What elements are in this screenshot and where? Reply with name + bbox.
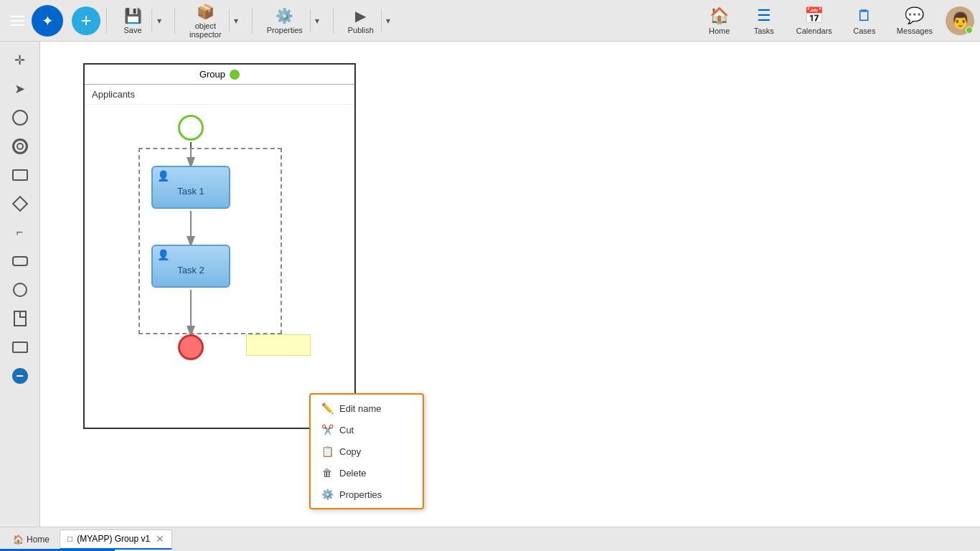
object-inspector-icon: 📦 xyxy=(197,3,215,20)
publish-dropdown[interactable]: ▾ xyxy=(381,9,395,32)
cases-nav-label: Cases xyxy=(853,27,875,35)
separator-4 xyxy=(333,8,334,34)
pool-tool[interactable] xyxy=(7,334,33,360)
annotation-shape xyxy=(14,311,27,326)
task-tool[interactable] xyxy=(7,162,33,188)
tab-close-button[interactable]: ✕ xyxy=(156,533,164,545)
sequence-flow-tool[interactable]: ⌐ xyxy=(7,220,33,245)
start-circle-shape xyxy=(12,110,28,126)
tabbar: 🏠 Home □ (MYAPP) Group v1 ✕ xyxy=(0,527,980,551)
separator-3 xyxy=(252,8,253,34)
subprocess-tool[interactable] xyxy=(7,248,33,274)
task-2-icon: 👤 xyxy=(157,249,169,260)
edit-name-menu-item[interactable]: ✏️ Edit name xyxy=(311,397,423,419)
start-event-tool[interactable] xyxy=(7,105,33,131)
properties-menu-icon: ⚙️ xyxy=(321,489,334,500)
group-tab[interactable]: □ (MYAPP) Group v1 ✕ xyxy=(60,529,172,550)
properties-button[interactable]: ⚙️ Properties xyxy=(261,4,308,37)
tab1-label: (MYAPP) Group v1 xyxy=(77,534,150,544)
publish-label: Publish xyxy=(348,26,374,34)
publish-icon: ▶ xyxy=(355,7,366,24)
gateway-tool[interactable] xyxy=(7,191,33,217)
cases-nav-icon: 🗒 xyxy=(857,6,872,25)
diagram: Group Applicants xyxy=(83,63,356,429)
start-event[interactable] xyxy=(178,115,204,141)
tasks-nav-button[interactable]: ☰ Tasks xyxy=(745,4,783,38)
save-dropdown[interactable]: ▾ xyxy=(151,9,166,32)
task-1-label: Task 1 xyxy=(177,186,204,197)
avatar-status-dot xyxy=(966,27,973,34)
calendars-nav-button[interactable]: 📅 Calendars xyxy=(789,4,839,38)
pool-header: Group xyxy=(85,65,354,85)
lane-header: Applicants xyxy=(85,85,354,105)
lane-name: Applicants xyxy=(92,89,135,100)
logo-button[interactable]: ✦ xyxy=(32,5,63,37)
task-rect-shape xyxy=(12,169,28,181)
messages-nav-icon: 💬 xyxy=(905,6,924,25)
save-group: 💾 Save ▾ xyxy=(113,4,169,37)
properties-dropdown[interactable]: ▾ xyxy=(310,9,324,32)
task-2-label: Task 2 xyxy=(177,265,204,276)
pan-tool[interactable]: ✛ xyxy=(7,47,33,73)
lane-body: 👤 Task 1 👤 Task 2 xyxy=(85,105,354,428)
task-1-icon: 👤 xyxy=(157,170,169,182)
avatar-wrapper[interactable]: 👨 xyxy=(946,6,974,35)
logo-icon: ✦ xyxy=(42,12,54,29)
calendars-nav-icon: 📅 xyxy=(804,6,824,25)
task-1-node[interactable]: 👤 Task 1 xyxy=(151,166,230,209)
cases-nav-button[interactable]: 🗒 Cases xyxy=(845,4,884,38)
object-inspector-button[interactable]: 📦 object inspector xyxy=(184,0,227,42)
tasks-nav-label: Tasks xyxy=(754,27,774,35)
save-label: Save xyxy=(123,26,141,34)
properties-menu-label: Properties xyxy=(339,489,382,500)
save-button[interactable]: 💾 Save xyxy=(116,4,150,37)
copy-icon: 📋 xyxy=(321,446,334,457)
publish-group: ▶ Publish ▾ xyxy=(339,4,398,37)
intermediate-circle-shape xyxy=(12,138,28,154)
home-tab[interactable]: 🏠 Home xyxy=(6,532,57,547)
annotation-rect[interactable] xyxy=(246,334,311,356)
home-nav-icon: 🏠 xyxy=(710,6,729,25)
cut-menu-item[interactable]: ✂️ Cut xyxy=(311,419,423,441)
home-nav-label: Home xyxy=(709,27,730,35)
publish-button[interactable]: ▶ Publish xyxy=(342,4,380,37)
object-inspector-dropdown[interactable]: ▾ xyxy=(229,9,243,32)
copy-menu-item[interactable]: 📋 Copy xyxy=(311,441,423,462)
right-nav: 🏠 Home ☰ Tasks 📅 Calendars 🗒 Cases 💬 Mes… xyxy=(700,4,974,38)
pointer-tool[interactable]: ➤ xyxy=(7,76,33,102)
annotation-tool[interactable] xyxy=(7,306,33,331)
edit-name-icon: ✏️ xyxy=(321,402,334,414)
home-nav-button[interactable]: 🏠 Home xyxy=(700,4,739,38)
calendars-nav-label: Calendars xyxy=(796,27,832,35)
delete-menu-item[interactable]: 🗑 Delete xyxy=(311,462,423,484)
messages-nav-label: Messages xyxy=(897,27,933,35)
messages-nav-button[interactable]: 💬 Messages xyxy=(890,4,940,38)
properties-menu-item[interactable]: ⚙️ Properties xyxy=(311,484,423,505)
left-sidebar: ✛ ➤ ⌐ − xyxy=(0,42,40,527)
pool-container: Group Applicants xyxy=(83,63,356,429)
subprocess-rect-shape xyxy=(12,256,28,266)
delete-label: Delete xyxy=(339,468,367,479)
copy-label: Copy xyxy=(339,446,361,457)
delete-icon: 🗑 xyxy=(321,467,334,479)
toolbar: ✦ + 💾 Save ▾ 📦 object inspector ▾ ⚙️ Pro… xyxy=(0,0,980,42)
tasks-nav-icon: ☰ xyxy=(757,6,771,25)
separator-2 xyxy=(174,8,175,34)
add-button[interactable]: + xyxy=(72,6,100,35)
gateway-diamond-shape xyxy=(11,196,28,212)
object-inspector-label: object inspector xyxy=(189,22,222,39)
zoom-out-tool[interactable]: − xyxy=(7,363,33,389)
tab-doc-icon: □ xyxy=(67,534,72,544)
hamburger-button[interactable] xyxy=(6,9,29,32)
task-2-node[interactable]: 👤 Task 2 xyxy=(151,245,230,288)
intermediate-event-tool[interactable] xyxy=(7,133,33,159)
cut-label: Cut xyxy=(339,425,354,435)
end-event-tool[interactable] xyxy=(7,277,33,303)
canvas[interactable]: Group Applicants xyxy=(40,42,980,527)
object-inspector-group: 📦 object inspector ▾ xyxy=(181,0,246,42)
context-menu: ✏️ Edit name ✂️ Cut 📋 Copy 🗑 Delete ⚙️ P… xyxy=(309,393,424,509)
end-event[interactable] xyxy=(178,334,204,360)
end-circle-shape xyxy=(13,283,27,297)
separator-1 xyxy=(106,8,107,34)
pool-rect-shape xyxy=(12,342,28,353)
